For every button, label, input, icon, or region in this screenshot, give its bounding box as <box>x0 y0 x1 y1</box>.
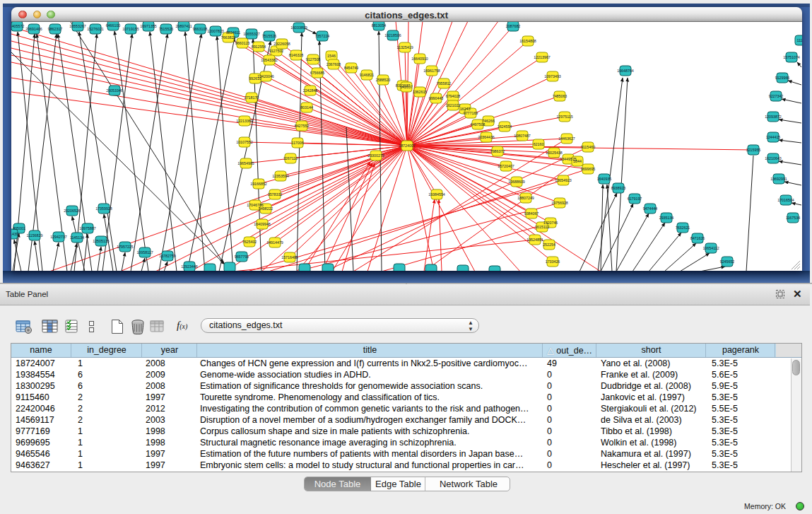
svg-text:10654112: 10654112 <box>702 246 719 250</box>
svg-text:10543382: 10543382 <box>261 58 278 62</box>
svg-text:12942737: 12942737 <box>50 235 67 239</box>
svg-text:9115460: 9115460 <box>581 145 595 149</box>
svg-text:9127502: 9127502 <box>269 49 284 53</box>
svg-text:20897411: 20897411 <box>175 24 192 28</box>
svg-text:14463627: 14463627 <box>558 136 575 141</box>
svg-text:18807249: 18807249 <box>517 196 534 200</box>
svg-text:6794028: 6794028 <box>446 94 461 98</box>
svg-text:7515526: 7515526 <box>159 27 174 31</box>
svg-text:8427552: 8427552 <box>295 124 310 128</box>
svg-text:19384554: 19384554 <box>428 192 445 197</box>
svg-text:20364436: 20364436 <box>478 135 495 139</box>
svg-text:252254: 252254 <box>543 243 555 247</box>
svg-text:10807487: 10807487 <box>514 134 531 138</box>
svg-text:9127508: 9127508 <box>306 57 321 62</box>
svg-text:10719155: 10719155 <box>122 27 139 31</box>
svg-text:15720407: 15720407 <box>498 164 514 168</box>
svg-text:18724007: 18724007 <box>399 144 416 148</box>
svg-text:16210643: 16210643 <box>765 156 782 160</box>
svg-text:1733426: 1733426 <box>546 259 560 264</box>
svg-text:7625402: 7625402 <box>242 240 257 244</box>
svg-text:1640935: 1640935 <box>597 177 612 181</box>
svg-text:3578332: 3578332 <box>268 192 283 197</box>
svg-text:142037: 142037 <box>400 85 413 89</box>
svg-text:9384067: 9384067 <box>524 211 539 216</box>
svg-text:1145134: 1145134 <box>70 235 84 240</box>
svg-text:9245652: 9245652 <box>720 259 735 264</box>
svg-text:2367608: 2367608 <box>326 62 341 66</box>
svg-text:1615112: 1615112 <box>535 225 549 229</box>
svg-text:1624554: 1624554 <box>498 124 512 129</box>
svg-text:8938923: 8938923 <box>611 186 626 190</box>
svg-text:23300275: 23300275 <box>367 153 384 158</box>
svg-text:7515526: 7515526 <box>262 34 277 38</box>
svg-text:9862317: 9862317 <box>48 27 63 31</box>
svg-text:1405572: 1405572 <box>11 24 24 28</box>
svg-text:8912954: 8912954 <box>252 45 266 49</box>
svg-text:7485063: 7485063 <box>553 94 567 98</box>
svg-text:15276021: 15276021 <box>87 27 104 31</box>
svg-text:62160: 62160 <box>534 142 544 146</box>
svg-text:16409948: 16409948 <box>254 222 271 226</box>
svg-text:803144: 803144 <box>300 105 313 110</box>
svg-text:19654985: 19654985 <box>237 161 254 165</box>
svg-text:7986372: 7986372 <box>490 149 505 153</box>
svg-text:17957225: 17957225 <box>117 245 134 249</box>
svg-text:117006: 117006 <box>291 141 303 145</box>
svg-text:5498222: 5498222 <box>259 206 273 211</box>
svg-text:13654923: 13654923 <box>555 178 572 182</box>
svg-text:10655327: 10655327 <box>243 32 260 36</box>
svg-text:12213369: 12213369 <box>236 119 253 123</box>
svg-text:9699695: 9699695 <box>581 167 596 171</box>
svg-text:9777169: 9777169 <box>464 111 478 115</box>
svg-text:16782759: 16782759 <box>159 254 176 258</box>
svg-text:19218506: 19218506 <box>384 33 401 37</box>
svg-text:10107552: 10107552 <box>236 140 253 144</box>
svg-text:16971355: 16971355 <box>140 24 157 28</box>
svg-text:10958117: 10958117 <box>136 250 153 255</box>
svg-text:992610: 992610 <box>249 76 261 81</box>
svg-text:19166852: 19166852 <box>250 182 267 186</box>
svg-text:3267110: 3267110 <box>283 156 298 160</box>
svg-text:10025438: 10025438 <box>546 151 563 155</box>
svg-text:2935134: 2935134 <box>659 216 674 220</box>
svg-text:2087682: 2087682 <box>506 24 521 28</box>
svg-text:16640910: 16640910 <box>411 57 428 61</box>
svg-text:5844: 5844 <box>573 159 582 163</box>
svg-text:13692991: 13692991 <box>770 177 787 181</box>
svg-text:835001: 835001 <box>13 226 25 230</box>
svg-text:12975115: 12975115 <box>556 115 572 119</box>
svg-text:9474444: 9474444 <box>643 206 658 211</box>
svg-text:12093872: 12093872 <box>765 115 782 119</box>
svg-text:746266: 746266 <box>482 119 495 123</box>
svg-text:9227342: 9227342 <box>769 94 784 98</box>
svg-text:20691406: 20691406 <box>25 27 42 31</box>
svg-text:12353594: 12353594 <box>272 174 289 178</box>
svg-text:12923448: 12923448 <box>181 264 198 269</box>
svg-text:14914479: 14914479 <box>266 240 283 245</box>
svg-text:9657791: 9657791 <box>235 255 249 259</box>
svg-text:17016504: 17016504 <box>777 198 794 202</box>
svg-text:1362615: 1362615 <box>413 90 428 94</box>
svg-text:8471626: 8471626 <box>690 236 705 240</box>
svg-text:16648764: 16648764 <box>617 69 634 73</box>
svg-text:2242848: 2242848 <box>303 88 318 93</box>
svg-text:9129966: 9129966 <box>775 76 790 80</box>
svg-text:10975887: 10975887 <box>79 226 96 230</box>
svg-text:6756685: 6756685 <box>310 71 325 75</box>
svg-text:1167534: 1167534 <box>786 216 800 220</box>
svg-text:8454749: 8454749 <box>344 66 359 70</box>
svg-text:7955812: 7955812 <box>437 81 452 86</box>
svg-text:13524851: 13524851 <box>526 238 543 242</box>
svg-text:7632621: 7632621 <box>676 226 690 230</box>
svg-text:7357224: 7357224 <box>315 34 330 38</box>
svg-text:23226058: 23226058 <box>273 42 290 46</box>
svg-text:9663108: 9663108 <box>193 27 208 31</box>
svg-text:20206526: 20206526 <box>64 209 81 213</box>
svg-text:991439: 991439 <box>11 232 18 236</box>
svg-text:7663822: 7663822 <box>221 35 236 40</box>
svg-text:9146821: 9146821 <box>360 73 375 77</box>
svg-text:16553267: 16553267 <box>69 24 86 28</box>
svg-text:11156829: 11156829 <box>27 233 43 238</box>
svg-text:16961758: 16961758 <box>423 69 440 73</box>
